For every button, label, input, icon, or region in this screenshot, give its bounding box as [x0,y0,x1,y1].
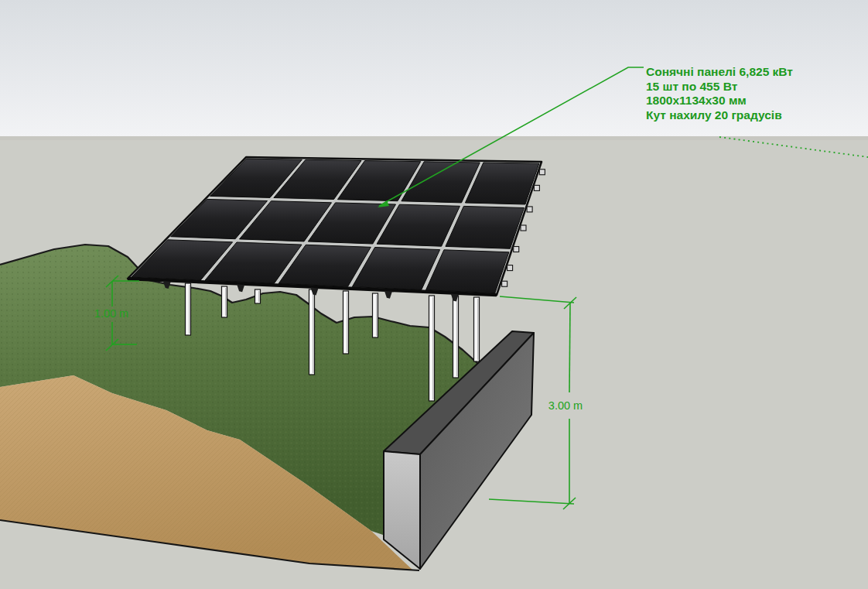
annotation-line: 15 шт по 455 Вт [646,80,793,94]
mounting-clip [539,170,545,175]
mounting-clip [502,281,507,286]
model-viewport[interactable]: Сонячні панелі 6,825 кВт 15 шт по 455 Вт… [0,0,868,589]
mounting-clip [521,225,526,231]
annotation-text[interactable]: Сонячні панелі 6,825 кВт 15 шт по 455 Вт… [646,65,793,123]
dimension-label-1m[interactable]: 1.00 m [94,308,128,320]
mounting-clip [534,185,539,190]
mounting-clip [514,247,519,252]
mounting-clip [507,265,513,271]
mounting-clip [527,207,532,212]
horizon-band [0,136,868,140]
annotation-line: 1800х1134х30 мм [646,94,793,108]
dim-line-upper [569,303,570,392]
annotation-line: Кут нахилу 20 градусів [646,108,793,123]
dimension-label-3m[interactable]: 3.00 m [548,400,583,412]
annotation-line: Сонячні панелі 6,825 кВт [646,65,793,80]
